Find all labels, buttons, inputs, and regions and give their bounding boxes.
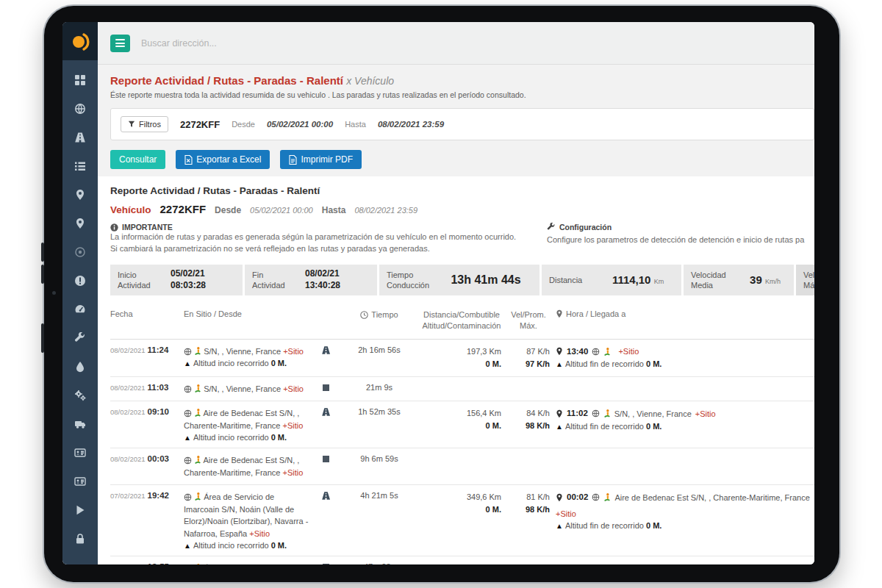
report-to-label: Hasta: [322, 205, 346, 215]
sidebar-menu: [74, 60, 87, 545]
mountain-icon: ▲: [556, 423, 563, 431]
row-date: 08/02/2021: [110, 384, 146, 392]
fuel-drop-icon[interactable]: [74, 360, 87, 373]
app-logo[interactable]: [62, 22, 98, 60]
table-row: 08/02/202111:03 S/N, , Vienne, France +S…: [110, 377, 814, 402]
summary-distancia-unit: Km: [654, 278, 664, 285]
geofence-target-icon[interactable]: [74, 245, 87, 259]
row-arrival: 13:40 +Sitio: [556, 345, 814, 358]
header-fecha: Fecha: [110, 309, 178, 318]
important-note: IMPORTANTE La información de rutas y par…: [110, 223, 547, 255]
row-duration: 4h 21m 5s: [343, 491, 416, 500]
top-navbar: [98, 22, 814, 65]
row-distance: 197,3 Km0 M.: [422, 345, 501, 370]
driver-marker-icon: [194, 408, 201, 417]
print-pdf-button[interactable]: Imprimir PDF: [280, 150, 362, 169]
row-site: Área de Servicio de Imarcoain S/N, Noáin…: [184, 562, 309, 564]
row-date: 08/02/2021: [110, 408, 146, 416]
route-icon: [321, 491, 331, 501]
road-icon[interactable]: [74, 131, 87, 144]
id-card-icon[interactable]: [74, 446, 87, 459]
sitio-link[interactable]: +Sitio: [283, 421, 304, 430]
driver-marker-icon: [194, 346, 201, 356]
row-time: 19:42: [148, 491, 169, 500]
summary-velmedia-value: 39 Km/h: [744, 273, 786, 286]
row-arrival: 00:02 Aire de Bedenac Est S/N, , Charent…: [556, 491, 814, 520]
filter-from-value: 05/02/2021 00:00: [267, 120, 333, 129]
truck-icon[interactable]: [74, 417, 87, 431]
list-icon[interactable]: [74, 159, 87, 173]
driver-marker-icon: [603, 347, 611, 356]
volume-up-button: [41, 243, 44, 262]
config-text: Configure los parametros de detección de…: [547, 234, 814, 246]
pin-icon: [556, 409, 563, 418]
export-excel-label: Exportar a Excel: [196, 154, 261, 165]
header-sitio: En Sitio / Desde: [184, 309, 309, 318]
lock-icon[interactable]: [74, 532, 87, 545]
filters-bar: Filtros 2272KFF Desde 05/02/2021 00:00 H…: [110, 108, 814, 140]
row-velocity: 84 K/h98 K/h: [507, 407, 550, 432]
hamburger-menu-button[interactable]: [110, 35, 130, 52]
sitio-link[interactable]: +Sitio: [249, 529, 270, 538]
globe-small-icon: [184, 409, 192, 417]
row-velocity: 81 K/h98 K/h: [507, 491, 550, 516]
mountain-icon: ▲: [184, 359, 191, 368]
row-distance: 349,6 Km0 M.: [422, 491, 501, 516]
row-altitude-start: ▲Altitud incio recorrido 0 M.: [184, 359, 309, 368]
globe-small-icon: [592, 493, 600, 501]
mountain-icon: ▲: [184, 542, 191, 550]
config-title: Configuración: [559, 223, 612, 232]
search-input[interactable]: [141, 38, 362, 49]
page-title-suffix: x Vehículo: [346, 75, 394, 87]
route-icon: [321, 345, 331, 355]
report-to-value: 08/02/2021 23:59: [354, 206, 417, 215]
row-site: Aire de Bedenac Est S/N, , Charente-Mari…: [184, 454, 309, 478]
row-site: Área de Servicio de Imarcoain S/N, Noáin…: [184, 491, 309, 539]
important-title: IMPORTANTE: [122, 223, 173, 232]
cogs-icon[interactable]: [74, 389, 87, 402]
globe-small-icon: [592, 409, 600, 417]
wrench-icon[interactable]: [74, 331, 87, 345]
sitio-link[interactable]: +Sitio: [283, 347, 304, 356]
row-velocity: 87 K/h97 K/h: [507, 345, 550, 370]
row-site: Aire de Bedenac Est S/N, , Charente-Mari…: [184, 407, 309, 431]
table-row: 08/02/202109:10 Aire de Bedenac Est S/N,…: [110, 401, 814, 448]
map-marker-2-icon[interactable]: [74, 217, 87, 230]
consultar-button[interactable]: Consultar: [110, 150, 165, 169]
vehicle-label: Vehículo: [110, 204, 151, 215]
row-time: 09:10: [148, 407, 169, 416]
table-header-row: Fecha En Sitio / Desde Tiempo Distancia/…: [110, 305, 814, 340]
report-card: Reporte Actividad / Rutas - Paradas - Ra…: [98, 176, 814, 564]
camera-dot: [52, 291, 56, 295]
sitio-link[interactable]: +Sitio: [283, 384, 304, 393]
page-title: Reporte Actividad / Rutas - Paradas - Ra…: [110, 74, 802, 87]
driver-marker-icon: [194, 492, 201, 501]
alert-circle-icon[interactable]: [74, 274, 87, 287]
vehicle-plate: 2272KFF: [160, 203, 207, 215]
table-row: 07/02/202119:42 Área de Servicio de Imar…: [110, 485, 814, 556]
summary-inicio: Inicio Actividad 05/02/21 08:03:28: [110, 265, 243, 295]
report-vehicle-row: Vehículo 2272KFF Desde 05/02/2021 00:00 …: [110, 203, 814, 215]
sitio-link[interactable]: +Sitio: [695, 408, 716, 420]
globe-icon[interactable]: [74, 102, 87, 115]
sitio-link[interactable]: +Sitio: [283, 468, 304, 477]
sitio-link[interactable]: +Sitio: [618, 345, 639, 358]
id-card-2-icon[interactable]: [74, 475, 87, 488]
config-link[interactable]: Configuración: [547, 223, 814, 232]
globe-small-icon: [592, 348, 600, 356]
row-duration: 21m 9s: [343, 383, 416, 392]
driver-marker-icon: [603, 409, 611, 418]
sitio-link[interactable]: +Sitio: [556, 508, 576, 520]
play-icon[interactable]: [74, 503, 87, 517]
header-hora: Hora / Llegada a: [556, 309, 814, 318]
arrival-time: 00:02: [567, 491, 588, 503]
export-excel-button[interactable]: Exportar a Excel: [176, 150, 270, 169]
map-marker-icon[interactable]: [74, 188, 87, 201]
summary-fin: Fin Actividad 08/02/21 13:40:28: [245, 265, 377, 295]
row-date: 07/02/2021: [110, 563, 146, 564]
pdf-file-icon: [289, 155, 297, 165]
speedometer-icon[interactable]: [74, 303, 87, 316]
filters-button[interactable]: Filtros: [121, 116, 168, 132]
dashboard-grid-icon[interactable]: [74, 74, 87, 87]
row-duration: 2h 16m 56s: [343, 345, 416, 354]
